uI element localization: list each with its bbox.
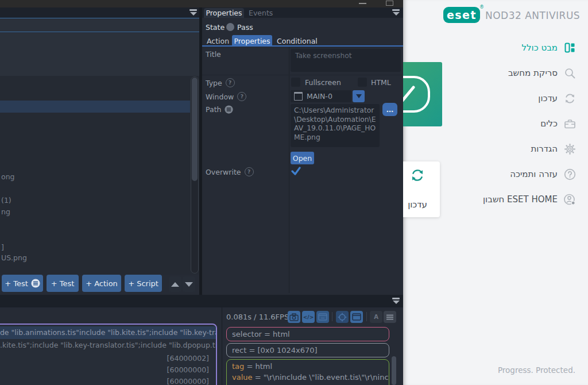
code-row[interactable]: [60000000] <box>0 375 216 385</box>
add-action-button[interactable]: + Action <box>82 275 121 292</box>
state-toggle[interactable] <box>226 23 234 31</box>
open-button[interactable]: Open <box>291 152 314 164</box>
fullscreen-label: Fullscreen <box>305 78 341 87</box>
sidebar-item-eset-home-account[interactable]: חשבון ESET HOME <box>483 192 577 206</box>
move-down-button[interactable] <box>183 276 195 292</box>
list-item[interactable]: ] <box>1 243 4 252</box>
window-dropdown-button[interactable] <box>353 90 365 102</box>
list-item[interactable]: ong <box>1 172 15 181</box>
sidebar-item-update[interactable]: עדכון <box>538 91 577 105</box>
add-script-button[interactable]: + Script <box>125 275 162 292</box>
title-input[interactable] <box>291 49 401 72</box>
code-tool-button[interactable]: </> <box>302 311 315 323</box>
list-item[interactable]: ng <box>1 207 10 216</box>
gear-icon <box>563 143 577 156</box>
scrollbar-thumb[interactable] <box>392 356 396 385</box>
subtab-conditional-label: Conditional <box>277 37 318 45</box>
check-icon <box>403 78 427 110</box>
maximize-icon[interactable] <box>386 1 393 6</box>
help-icon[interactable]: ? <box>237 92 246 101</box>
code-icon: </> <box>303 314 314 320</box>
test-step-list[interactable]: ong (1) ng ] US.png <box>0 76 199 275</box>
refresh-icon <box>563 92 577 105</box>
list-item[interactable]: (1) <box>1 196 11 205</box>
database-icon <box>225 105 233 114</box>
selector-box[interactable]: selector = html <box>226 327 389 341</box>
window-code-icon <box>318 313 327 321</box>
sidebar-item-overview[interactable]: מבט כולל <box>522 41 577 55</box>
sidebar-item-tools[interactable]: כלים <box>540 117 577 130</box>
code-row[interactable]: [60000000] <box>0 364 216 376</box>
rect-box[interactable]: rect = [0x0 588x385] <box>226 343 389 357</box>
list-tool-button[interactable] <box>384 311 396 323</box>
overwrite-checkmark-icon[interactable] <box>291 165 301 176</box>
status-check-outline <box>403 76 430 113</box>
state-label: State <box>206 23 225 32</box>
add-action-label: + Action <box>86 279 118 288</box>
sidebar-item-settings[interactable]: הגדרות <box>531 142 577 156</box>
form-column-divider <box>289 47 289 293</box>
collapse-panel-icon[interactable] <box>392 9 400 16</box>
move-up-button[interactable] <box>169 276 181 292</box>
menu-label: כלים <box>540 118 558 129</box>
window-select[interactable]: MAIN-0 <box>291 90 351 102</box>
fps-stats: 0.081s / 11.6FPS <box>226 313 289 321</box>
scrollbar-thumb[interactable] <box>192 78 198 181</box>
tab-events-label: Events <box>249 9 273 17</box>
minimize-icon[interactable] <box>359 3 366 4</box>
crosshair-icon <box>338 313 347 322</box>
pick-element-tool-button[interactable] <box>336 311 349 323</box>
add-test-db-label: + Test <box>5 279 28 288</box>
question-glyph: ? <box>241 94 243 99</box>
html-checkbox[interactable] <box>358 78 367 87</box>
code-row[interactable]: ude "lib.animations.tis"include "lib.kit… <box>0 326 216 339</box>
list-icon <box>386 314 393 320</box>
up-arrow-icon <box>171 282 179 287</box>
subtab-properties[interactable]: Properties <box>232 35 272 47</box>
sidebar-item-help-support[interactable]: עזרה ותמיכה <box>510 167 577 181</box>
add-test-button[interactable]: + Test <box>47 275 79 292</box>
code-row[interactable]: [64000002] <box>0 352 216 365</box>
subtab-action[interactable]: Action <box>207 37 229 45</box>
dropdown-arrow-icon <box>356 94 362 98</box>
window-icon <box>294 92 303 101</box>
script-source-box[interactable]: ude "lib.animations.tis"include "lib.kit… <box>0 324 217 385</box>
dashboard-icon <box>563 41 577 55</box>
add-test-db-button[interactable]: + Test <box>2 275 43 292</box>
tree-highlight-row[interactable] <box>0 18 199 32</box>
tag-value-box[interactable]: tag = html value = "\r\ninclude \"lib.ev… <box>226 359 389 385</box>
window-code-tool-button[interactable] <box>316 311 329 323</box>
menu-label: עזרה ותמיכה <box>510 169 558 179</box>
screenshot-tool-button[interactable] <box>288 311 300 323</box>
help-icon[interactable]: ? <box>226 78 235 87</box>
subtab-underline <box>202 45 403 47</box>
eset-logo-text: eset <box>447 9 477 21</box>
collapse-panel-icon[interactable] <box>189 9 197 16</box>
window-tool-button[interactable] <box>350 311 363 323</box>
code-row[interactable]: p.kite.tis";include "lib.key-translator.… <box>0 339 216 352</box>
fullscreen-checkbox[interactable] <box>291 78 300 87</box>
tab-events[interactable]: Events <box>249 8 273 18</box>
down-arrow-icon <box>185 282 193 287</box>
tab-properties[interactable]: Properties <box>204 8 244 18</box>
update-tile[interactable]: עדכון <box>403 161 440 217</box>
toolbox-icon <box>563 117 577 130</box>
panel-splitter[interactable] <box>199 7 202 295</box>
window-titlebar <box>0 0 403 7</box>
product-name: NOD32 ANTIVIRUS <box>485 10 580 21</box>
path-input[interactable]: C:\Users\Administrator\Desktop\Automatio… <box>291 104 380 147</box>
subtab-properties-label: Properties <box>234 37 270 45</box>
tag-line: tag = html <box>232 362 389 371</box>
browse-path-button[interactable]: … <box>382 103 397 116</box>
account-icon <box>563 193 577 206</box>
protection-status-tile[interactable] <box>403 62 442 126</box>
text-flag-tool-button[interactable]: A <box>370 311 382 323</box>
list-item[interactable]: US.png <box>1 253 27 262</box>
collapse-panel-icon[interactable] <box>392 298 400 305</box>
tab-properties-label: Properties <box>206 9 242 17</box>
search-icon <box>563 67 577 80</box>
help-icon[interactable]: ? <box>245 167 254 176</box>
sidebar-item-computer-scan[interactable]: סריקת מחשב <box>508 66 577 80</box>
subtab-conditional[interactable]: Conditional <box>277 37 318 45</box>
selected-step-row[interactable] <box>0 101 190 113</box>
